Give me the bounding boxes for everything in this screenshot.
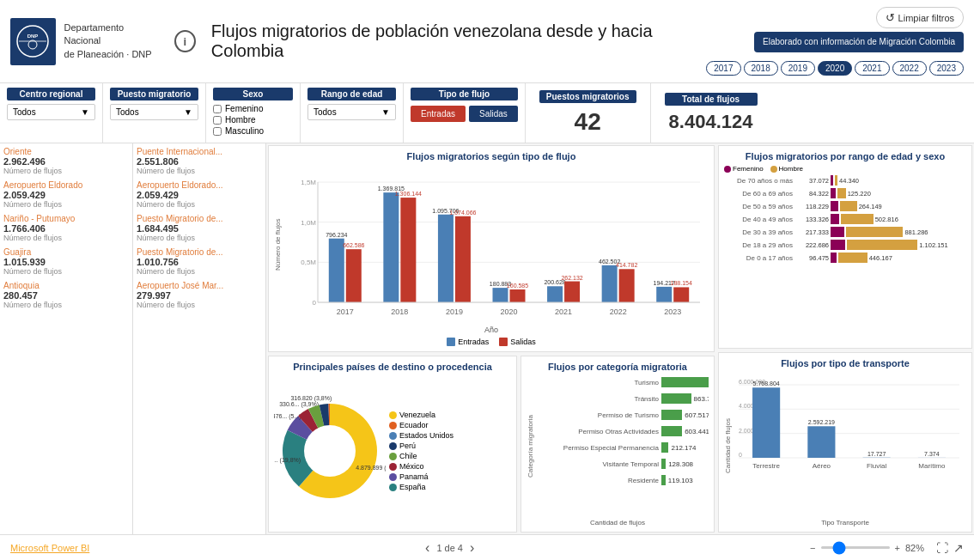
filter-tipo-title: Tipo de flujo xyxy=(411,88,518,100)
total-flujos-value: 8.404.124 xyxy=(669,111,753,133)
sexo-masculino-checkbox[interactable] xyxy=(213,127,222,136)
year-tab-2023[interactable]: 2023 xyxy=(929,61,964,76)
logo: DNP xyxy=(10,18,56,65)
left-list-item-0[interactable]: Oriente 2.962.496 Número de flujos xyxy=(3,147,129,175)
next-page-btn[interactable]: › xyxy=(470,540,474,556)
left-list-item-3[interactable]: Guajira 1.015.939 Número de flujos xyxy=(3,247,129,276)
donut-legend-item-2: Estados Unidos xyxy=(389,431,454,440)
info-icon[interactable]: i xyxy=(174,30,196,52)
year-tab-2022[interactable]: 2022 xyxy=(892,61,927,76)
filter-sexo-title: Sexo xyxy=(213,88,293,100)
donut-legend-item-6: Panamá xyxy=(389,472,454,481)
legend-salidas: Salidas xyxy=(499,338,536,346)
prev-page-btn[interactable]: ‹ xyxy=(425,540,429,556)
powerbi-link[interactable]: Microsoft Power BI xyxy=(10,543,89,553)
categoria-row-1: Tránsito 863.770 xyxy=(534,392,709,405)
right-list-item-0[interactable]: Puente Internacional... 2.551.806 Número… xyxy=(137,147,262,175)
year-tab-2020[interactable]: 2020 xyxy=(818,61,852,76)
puestos-stat-value: 42 xyxy=(575,108,601,136)
puestos-stat-title: Puestos migratorios xyxy=(539,90,636,103)
year-tab-2018[interactable]: 2018 xyxy=(744,61,778,76)
donut-legend-item-5: México xyxy=(389,462,454,471)
sexo-femenino-checkbox[interactable] xyxy=(213,105,222,113)
year-tab-2017[interactable]: 2017 xyxy=(706,61,740,76)
center-charts: Flujos migratorios según tipo de flujo N… xyxy=(266,143,716,534)
puesto-migratorio-list: Puente Internacional... 2.551.806 Número… xyxy=(133,143,266,534)
page-indicator: 1 de 4 xyxy=(436,543,463,553)
age-row-4: De 30 a 39 años 217.333 881.286 xyxy=(724,227,966,237)
transport-x-label: Tipo Transporte xyxy=(724,519,966,527)
right-list-item-2[interactable]: Puesto Migratorio de... 1.684.495 Número… xyxy=(137,214,262,242)
zoom-slider[interactable] xyxy=(821,546,890,549)
elaborado-info: Elaborado con información de Migración C… xyxy=(754,32,964,52)
zoom-bar: − + 82% ⛶ ↗ xyxy=(810,541,964,555)
footer: Microsoft Power BI ‹ 1 de 4 › − + 82% ⛶ … xyxy=(0,534,974,560)
transport-y-label: Cantidad de flujos xyxy=(724,372,732,519)
year-tab-2019[interactable]: 2019 xyxy=(781,61,815,76)
donut-chart-panel: Principales países de destino o proceden… xyxy=(268,356,517,533)
filter-rango-edad: Rango de edad Todos ▼ xyxy=(301,83,404,143)
transport-chart-title: Flujos por tipo de transporte xyxy=(724,358,966,368)
categoria-row-6: Residente 119.103 xyxy=(534,473,709,487)
age-sex-panel: Flujos migratorios por rango de edad y s… xyxy=(718,145,972,349)
left-list-item-4[interactable]: Antioquia 280.457 Número de flujos xyxy=(3,281,129,309)
zoom-minus[interactable]: − xyxy=(810,543,815,553)
categoria-y-label: Categoría migratoria xyxy=(527,375,534,517)
categoria-x-label: Cantidad de flujos xyxy=(527,519,709,527)
donut-legend-item-1: Ecuador xyxy=(389,421,454,429)
expand-icon[interactable]: ↗ xyxy=(953,541,964,555)
flujos-y-label: Número de flujos xyxy=(274,165,282,324)
categoria-row-4: Permiso Especial Permanencia 212.174 xyxy=(534,441,709,454)
svg-text:DNP: DNP xyxy=(27,33,39,39)
right-list-item-4[interactable]: Aeropuerto José Mar... 279.997 Número de… xyxy=(137,281,262,309)
tipo-flujo-buttons: Entradas Salidas xyxy=(411,106,518,122)
sexo-checkboxes: Femenino Hombre Masculino xyxy=(213,104,293,136)
filter-puesto-title: Puesto migratorio xyxy=(110,88,198,100)
salidas-button[interactable]: Salidas xyxy=(469,106,518,122)
right-list-item-3[interactable]: Puesto Migratorio de... 1.010.756 Número… xyxy=(137,247,262,276)
right-list-item-1[interactable]: Aeropuerto Eldorado... 2.059.429 Número … xyxy=(137,180,262,209)
filter-centro-regional: Centro regional Todos ▼ xyxy=(0,83,103,143)
header-left: DNP Departamento Nacional de Planeación … xyxy=(10,18,706,65)
categoria-row-0: Turismo 5.406.123 xyxy=(534,375,709,389)
left-list-item-1[interactable]: Aeropuerto Eldorado 2.059.429 Número de … xyxy=(3,180,129,209)
categoria-row-5: Visitante Temporal 128.308 xyxy=(534,457,709,471)
sexo-masculino-label[interactable]: Masculino xyxy=(213,126,293,136)
clear-filters-button[interactable]: ↺ Limpiar filtros xyxy=(876,7,964,28)
year-tabs: 2017 2018 2019 2020 2021 2022 2023 xyxy=(706,61,964,76)
sexo-hombre-checkbox[interactable] xyxy=(213,116,222,125)
categoria-row-3: Permiso Otras Actividades 603.441 xyxy=(534,424,709,438)
categoria-chart-panel: Flujos por categoría migratoria Categorí… xyxy=(520,356,715,533)
pagination: ‹ 1 de 4 › xyxy=(425,540,474,556)
age-row-1: De 60 a 69 años 84.322 125.220 xyxy=(724,188,966,198)
header: DNP Departamento Nacional de Planeación … xyxy=(0,0,974,83)
total-flujos-title: Total de flujos xyxy=(665,93,758,106)
age-sex-legend: Femenino Hombre xyxy=(724,165,966,173)
filter-sexo: Sexo Femenino Hombre Masculino xyxy=(206,83,301,143)
header-right: ↺ Limpiar filtros Elaborado con informac… xyxy=(706,7,964,76)
puestos-stat: Puestos migratorios 42 xyxy=(526,83,651,143)
categoria-chart-title: Flujos por categoría migratoria xyxy=(527,362,709,372)
age-row-3: De 40 a 49 años 133.326 502.816 xyxy=(724,214,966,224)
sexo-hombre-label[interactable]: Hombre xyxy=(213,115,293,125)
donut-legend-item-7: España xyxy=(389,483,454,491)
filter-centro-title: Centro regional xyxy=(7,88,95,100)
puesto-migratorio-dropdown[interactable]: Todos ▼ xyxy=(110,104,198,120)
year-tab-2021[interactable]: 2021 xyxy=(855,61,889,76)
total-flujos-stat: Total de flujos 8.404.124 xyxy=(651,83,771,143)
rango-edad-dropdown[interactable]: Todos ▼ xyxy=(307,104,396,120)
sexo-femenino-label[interactable]: Femenino xyxy=(213,104,293,113)
centro-regional-dropdown[interactable]: Todos ▼ xyxy=(7,104,95,120)
fullscreen-icon[interactable]: ⛶ xyxy=(936,541,948,555)
main-title: Flujos migratorios de población venezola… xyxy=(211,21,706,61)
zoom-plus[interactable]: + xyxy=(895,543,900,553)
left-list-item-2[interactable]: Nariño - Putumayo 1.766.406 Número de fl… xyxy=(3,214,129,242)
content-area: Oriente 2.962.496 Número de flujosAeropu… xyxy=(0,143,974,534)
centro-regional-list: Oriente 2.962.496 Número de flujosAeropu… xyxy=(0,143,133,534)
legend-entradas: Entradas xyxy=(447,338,489,346)
entradas-button[interactable]: Entradas xyxy=(411,106,466,122)
age-row-0: De 70 años o más 37.072 44.340 xyxy=(724,175,966,186)
flujos-x-label: Año xyxy=(484,326,498,334)
bottom-charts-row: Principales países de destino o proceden… xyxy=(266,354,716,534)
flujos-chart-title: Flujos migratorios según tipo de flujo xyxy=(274,151,709,161)
